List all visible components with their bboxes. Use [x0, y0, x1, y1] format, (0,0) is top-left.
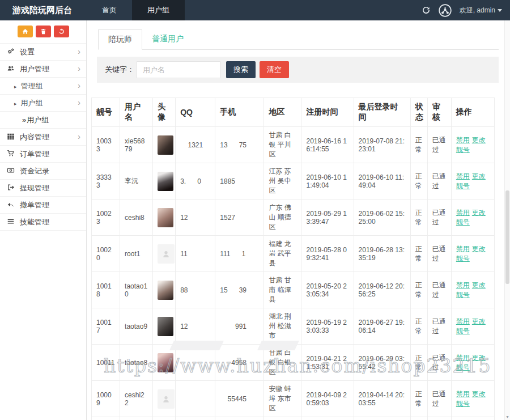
sidebar-item-admin-group[interactable]: ▸管理组› [0, 78, 86, 95]
tab-companion[interactable]: 陪玩师 [98, 29, 142, 50]
disable-link[interactable]: 禁用 [456, 354, 470, 362]
cell-last-login-time: 2019-06-12 20:56:25 [354, 272, 410, 308]
sidebar-item-user-group[interactable]: ▸用户组› [0, 95, 86, 112]
disable-link[interactable]: 禁用 [456, 245, 470, 253]
money-icon [7, 163, 15, 171]
cell-qq: 3. 0 [176, 163, 215, 200]
cell-actions: 禁用更改靓号 [451, 308, 494, 345]
cell-phone: 4958 [215, 345, 264, 381]
caret-down-icon [498, 9, 502, 12]
column-header: QQ [176, 98, 215, 127]
cell-region: 广东 深圳 [264, 417, 301, 420]
cell-region: 甘肃 白银 平川区 [264, 127, 301, 163]
scrollbar-thumb[interactable] [505, 190, 509, 284]
top-navbar: 游戏陪玩网后台 首页用户组 欢迎, admin [0, 0, 510, 20]
default-avatar [158, 244, 175, 264]
table-header-row: 靓号用户名头像QQ手机地区注册时间最后登录时间状态审核操作 [92, 98, 495, 127]
cell-actions: 禁用更改靓号 [451, 381, 494, 417]
cell-phone: 111 1 [215, 236, 264, 272]
column-header: 最后登录时间 [354, 98, 410, 127]
cell-phone [215, 417, 264, 420]
cell-register-time: 2019-05-20 23:05:34 [301, 272, 354, 308]
sidebar-item-label: 用户组 [27, 116, 49, 124]
disable-link[interactable]: 禁用 [456, 172, 470, 180]
sidebar-item-funds-record[interactable]: 资金记录 [0, 163, 86, 180]
sidebar-item-order-management[interactable]: 订单管理 [0, 146, 86, 163]
delete-button[interactable] [36, 26, 51, 37]
sidebar-item-settings[interactable]: 设置› [0, 44, 86, 61]
cell-avatar [153, 163, 176, 200]
cell-region: 广东 佛山 顺德区 [264, 200, 301, 236]
cell-avatar [153, 345, 176, 381]
disable-link[interactable]: 禁用 [456, 390, 470, 398]
disable-link[interactable]: 禁用 [456, 136, 470, 144]
disable-link[interactable]: 禁用 [456, 317, 470, 325]
cell-beauty-id: 10023 [92, 200, 120, 236]
column-header: 状态 [410, 98, 427, 127]
table-row: 10018taotao108815 39甘肃 甘南 临潭县2019-05-20 … [92, 272, 495, 308]
chevron-right-icon: › [78, 95, 80, 111]
disable-link[interactable]: 禁用 [456, 281, 470, 289]
cell-last-login-time: 2019-06-10 11:49:04 [354, 163, 410, 200]
cell-last-login-time [354, 417, 410, 420]
sidebar-item-withdraw-management[interactable]: 提现管理 [0, 180, 86, 197]
cell-register-time: 2019-06-10 11:49:04 [301, 163, 354, 200]
cell-last-login-time: 2019-06-28 13:35:19 [354, 236, 410, 272]
undo-icon [7, 197, 15, 205]
sidebar-item-label: 内容管理 [20, 133, 49, 141]
search-button[interactable]: 搜索 [226, 61, 256, 78]
cell-status: 正常 [410, 236, 427, 272]
user-avatar-icon[interactable] [438, 3, 452, 18]
tab-bar: 陪玩师普通用户 [98, 29, 499, 50]
sidebar-item-user-management[interactable]: 用户管理› [0, 61, 86, 78]
sidebar-item-skill-management[interactable]: 技能管理 [0, 214, 86, 231]
sidebar-menu: 设置›用户管理›▸管理组›▸用户组›»用户组内容管理›订单管理资金记录提现管理撤… [0, 44, 86, 231]
column-header: 审核 [427, 98, 451, 127]
chevron-right-icon: › [78, 129, 80, 145]
tab-normal-user[interactable]: 普通用户 [142, 29, 193, 49]
cell-qq: 12 [176, 200, 215, 236]
cell-beauty-id: 10020 [92, 236, 120, 272]
sidebar-item-user-group-current[interactable]: »用户组 [0, 112, 86, 129]
username-search-input[interactable] [137, 61, 220, 78]
cell-region: 福建 龙岩 武平县 [264, 236, 301, 272]
sidebar-quick-buttons [0, 20, 86, 44]
active-item-marker: » [22, 116, 26, 124]
column-header: 地区 [264, 98, 301, 127]
caret-right-icon: ▸ [14, 84, 17, 90]
cell-status [410, 417, 427, 420]
cell-audit: 已通过 [427, 272, 451, 308]
cell-audit: 已通过 [427, 381, 451, 417]
sidebar-item-cancel-management[interactable]: 撤单管理 [0, 197, 86, 214]
grid-icon [7, 129, 15, 137]
cell-phone: 1885 [215, 163, 264, 200]
cart-icon [7, 146, 15, 154]
sidebar-item-label: 管理组 [21, 82, 43, 90]
cell-avatar [153, 200, 176, 236]
cell-last-login-time: 2019-06-29 03:55:42 [354, 345, 410, 381]
navbar-right: 欢迎, admin [422, 0, 510, 20]
cell-actions: 禁用更改靓号 [451, 236, 494, 272]
cell-beauty-id: 10017 [92, 308, 120, 345]
cell-register-time: 2019-04-21 21:53:31 [301, 345, 354, 381]
welcome-menu[interactable]: 欢迎, admin [460, 6, 502, 15]
cell-audit: 已通过 [427, 345, 451, 381]
refresh-button[interactable] [54, 26, 69, 37]
vertical-scrollbar[interactable]: ▼ [504, 20, 510, 420]
cell-status: 正常 [410, 127, 427, 163]
column-header: 操作 [451, 98, 494, 127]
home-button[interactable] [18, 26, 33, 37]
scrollbar-down-arrow[interactable]: ▼ [505, 415, 510, 419]
cell-qq [176, 417, 215, 420]
nav-item-home[interactable]: 首页 [87, 0, 132, 20]
avatar-photo [158, 317, 173, 336]
sidebar-item-label: 技能管理 [20, 218, 49, 226]
nav-item-user-group[interactable]: 用户组 [132, 0, 185, 20]
home-icon [22, 27, 28, 37]
sidebar-item-content-management[interactable]: 内容管理› [0, 129, 86, 146]
cell-qq: 11 [176, 236, 215, 272]
disable-link[interactable]: 禁用 [456, 209, 470, 217]
refresh-icon[interactable] [422, 6, 431, 15]
cell-qq [176, 381, 215, 417]
clear-button[interactable]: 清空 [260, 61, 289, 78]
